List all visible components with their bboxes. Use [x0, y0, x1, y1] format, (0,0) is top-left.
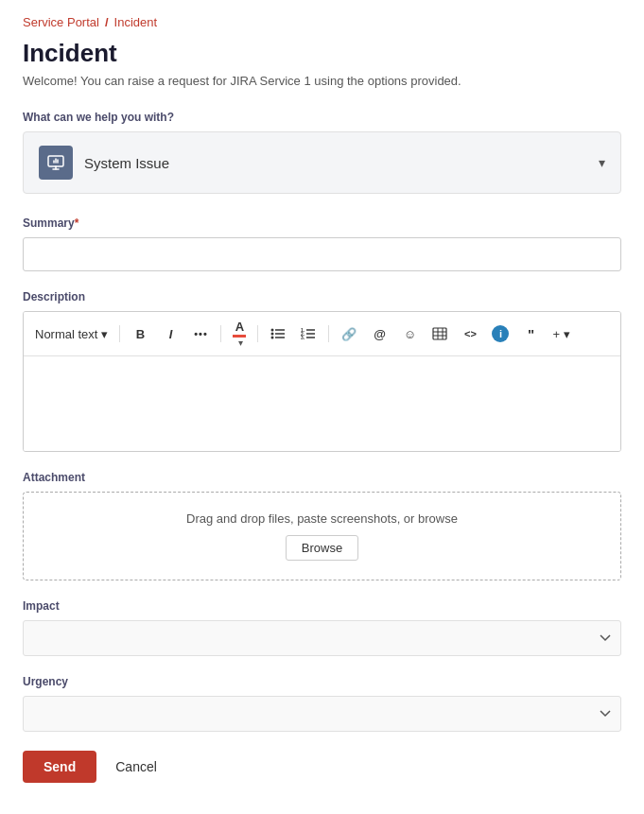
- summary-input[interactable]: [23, 237, 621, 271]
- emoji-button[interactable]: ☺: [397, 321, 422, 346]
- summary-required-star: *: [75, 216, 79, 230]
- description-field-group: Description Normal text ▾ B I •••: [23, 290, 621, 452]
- editor-toolbar: Normal text ▾ B I ••• A ▾: [24, 312, 620, 356]
- send-button[interactable]: Send: [23, 751, 96, 783]
- table-button[interactable]: [427, 321, 452, 346]
- plus-more-dropdown[interactable]: + ▾: [548, 325, 574, 343]
- description-editor: Normal text ▾ B I ••• A ▾: [23, 311, 621, 452]
- attachment-label: Attachment: [23, 471, 621, 484]
- attachment-field-group: Attachment Drag and drop files, paste sc…: [23, 471, 621, 580]
- issue-type-container: What can we help you with? System Issue …: [23, 111, 621, 194]
- numbered-list-button[interactable]: 1.2.3.: [296, 321, 321, 346]
- text-style-chevron: ▾: [101, 327, 108, 341]
- color-a-label: A: [235, 320, 244, 334]
- impact-select[interactable]: Low Medium High Critical: [23, 620, 621, 656]
- color-chevron: ▾: [238, 338, 243, 348]
- urgency-select[interactable]: Low Medium High Critical: [23, 696, 621, 732]
- issue-type-left: System Issue: [39, 146, 169, 180]
- bullet-list-button[interactable]: [266, 321, 290, 346]
- impact-field-group: Impact Low Medium High Critical: [23, 599, 621, 656]
- bold-button[interactable]: B: [128, 321, 152, 346]
- issue-type-selected: System Issue: [84, 155, 169, 171]
- cancel-button[interactable]: Cancel: [112, 751, 161, 783]
- svg-rect-18: [433, 328, 446, 339]
- browse-button[interactable]: Browse: [286, 535, 358, 561]
- svg-text:3.: 3.: [301, 335, 305, 340]
- plus-chevron: ▾: [564, 327, 570, 341]
- form-actions: Send Cancel: [23, 751, 621, 783]
- page-title: Incident: [23, 39, 621, 68]
- summary-label: Summary*: [23, 216, 621, 230]
- svg-point-10: [271, 337, 274, 339]
- description-editor-body[interactable]: [24, 356, 620, 451]
- svg-point-8: [271, 333, 274, 336]
- attachment-dropzone[interactable]: Drag and drop files, paste screenshots, …: [23, 492, 621, 580]
- issue-type-chevron: ▾: [599, 155, 605, 170]
- attachment-drag-text: Drag and drop files, paste screenshots, …: [39, 511, 605, 526]
- code-button[interactable]: <>: [458, 321, 482, 346]
- svg-point-6: [271, 329, 274, 332]
- toolbar-separator-2: [220, 325, 221, 342]
- quote-button[interactable]: ": [518, 321, 543, 346]
- issue-type-label: What can we help you with?: [23, 111, 621, 124]
- urgency-field-group: Urgency Low Medium High Critical: [23, 675, 621, 732]
- info-icon: i: [492, 325, 509, 342]
- breadcrumb-current: Incident: [114, 15, 158, 29]
- color-button[interactable]: A ▾: [229, 318, 250, 350]
- text-style-dropdown[interactable]: Normal text ▾: [31, 325, 112, 343]
- italic-button[interactable]: I: [158, 321, 183, 346]
- more-button[interactable]: •••: [188, 321, 213, 346]
- urgency-label: Urgency: [23, 675, 621, 688]
- toolbar-separator-1: [119, 325, 120, 342]
- info-button[interactable]: i: [488, 321, 513, 346]
- issue-type-dropdown[interactable]: System Issue ▾: [23, 131, 621, 194]
- summary-field-group: Summary*: [23, 216, 621, 271]
- mention-button[interactable]: @: [367, 321, 392, 346]
- page-subtitle: Welcome! You can raise a request for JIR…: [23, 74, 621, 88]
- text-style-label: Normal text: [35, 327, 97, 341]
- toolbar-separator-3: [257, 325, 258, 342]
- system-issue-icon: [39, 146, 73, 180]
- toolbar-separator-4: [328, 325, 329, 342]
- breadcrumb: Service Portal / Incident: [23, 15, 621, 29]
- link-button[interactable]: 🔗: [337, 321, 361, 346]
- description-label: Description: [23, 290, 621, 303]
- impact-label: Impact: [23, 599, 621, 613]
- breadcrumb-portal-link[interactable]: Service Portal: [23, 15, 99, 29]
- breadcrumb-separator: /: [105, 15, 109, 29]
